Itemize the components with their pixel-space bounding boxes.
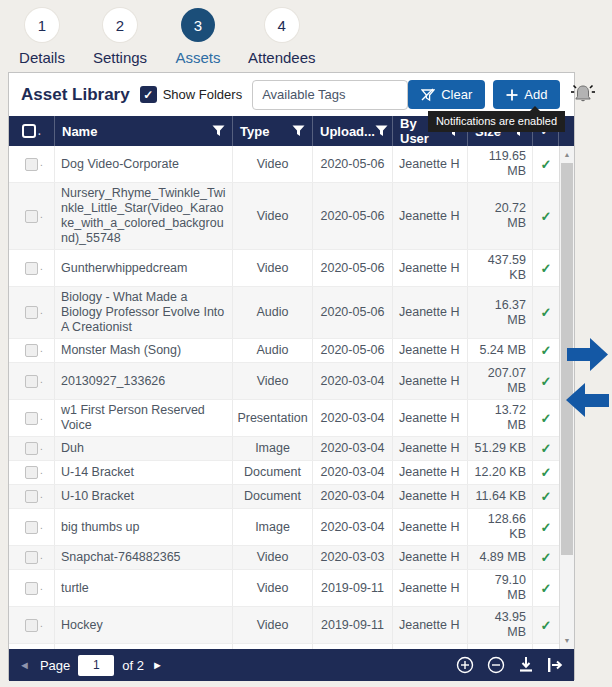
row-checkbox[interactable] <box>25 412 38 425</box>
asset-name-cell[interactable]: 20130927_133626 <box>55 363 233 399</box>
filter-icon[interactable] <box>292 125 305 137</box>
table-row[interactable]: Culver Academy Video 2019-09-11 Jeanette… <box>9 644 559 649</box>
next-page-icon[interactable]: ► <box>152 659 163 671</box>
zoom-out-icon[interactable] <box>487 656 505 674</box>
asset-name-cell[interactable]: Snapchat-764882365 <box>55 546 233 569</box>
row-checkbox-cell[interactable] <box>9 339 55 362</box>
clear-button[interactable]: Clear <box>408 80 485 109</box>
asset-type-cell: Video <box>233 183 313 249</box>
asset-name-cell[interactable]: Monster Mash (Song) <box>55 339 233 362</box>
wizard-step[interactable]: 1 Details <box>14 8 70 66</box>
published-check-icon: ✓ <box>541 343 552 358</box>
column-header-name[interactable]: Name <box>55 116 233 146</box>
row-checkbox-cell[interactable] <box>9 607 55 643</box>
row-checkbox[interactable] <box>25 466 38 479</box>
asset-upload-date-cell: 2020-03-04 <box>313 363 393 399</box>
row-checkbox[interactable] <box>25 344 38 357</box>
row-checkbox[interactable] <box>25 262 38 275</box>
row-checkbox[interactable] <box>25 521 38 534</box>
table-row[interactable]: Duh Image 2020-03-04 Jeanette H 51.29 KB… <box>9 437 559 461</box>
table-row[interactable]: 20130927_133626 Video 2020-03-04 Jeanett… <box>9 363 559 400</box>
row-checkbox[interactable] <box>25 442 38 455</box>
show-folders-checkbox[interactable]: ✓ <box>140 86 157 103</box>
row-checkbox[interactable] <box>25 619 38 632</box>
table-row[interactable]: Nursery_Rhyme_Twinkle_Twinkle_Little_Sta… <box>9 183 559 250</box>
asset-published-cell: ✓ <box>533 146 559 182</box>
download-icon[interactable] <box>518 656 534 674</box>
step-number[interactable]: 2 <box>103 8 137 42</box>
asset-name-cell[interactable]: U-10 Bracket <box>55 485 233 508</box>
wizard-step[interactable]: 2 Settings <box>92 8 148 66</box>
row-checkbox-cell[interactable] <box>9 461 55 484</box>
wizard-step[interactable]: 3 Assets <box>170 8 226 66</box>
row-checkbox[interactable] <box>25 158 38 171</box>
move-left-arrow-icon[interactable] <box>565 382 609 418</box>
step-number[interactable]: 4 <box>265 8 299 42</box>
scroll-up-icon[interactable]: ▲ <box>560 147 574 162</box>
row-checkbox-cell[interactable] <box>9 509 55 545</box>
step-number[interactable]: 1 <box>25 8 59 42</box>
table-row[interactable]: U-14 Bracket Document 2020-03-04 Jeanett… <box>9 461 559 485</box>
column-header-type[interactable]: Type <box>233 116 313 146</box>
table-row[interactable]: turtle Video 2019-09-11 Jeanette H 79.10… <box>9 570 559 607</box>
asset-name-cell[interactable]: Dog Video-Corporate <box>55 146 233 182</box>
row-checkbox[interactable] <box>25 582 38 595</box>
row-checkbox-cell[interactable] <box>9 250 55 286</box>
zoom-in-icon[interactable] <box>456 656 474 674</box>
wizard-step[interactable]: 4 Attendees <box>248 8 316 66</box>
step-number[interactable]: 3 <box>181 8 215 42</box>
asset-name-cell[interactable]: big thumbs up <box>55 509 233 545</box>
asset-name-cell[interactable]: turtle <box>55 570 233 606</box>
table-row[interactable]: Guntherwhippedcream Video 2020-05-06 Jea… <box>9 250 559 287</box>
table-row[interactable]: Dog Video-Corporate Video 2020-05-06 Jea… <box>9 146 559 183</box>
table-row[interactable]: U-10 Bracket Document 2020-03-04 Jeanett… <box>9 485 559 509</box>
filter-icon[interactable] <box>375 125 388 137</box>
asset-upload-date-cell: 2019-09-11 <box>313 607 393 643</box>
asset-name-cell[interactable]: Culver Academy <box>55 644 233 649</box>
select-all-cell[interactable]: . <box>9 116 55 146</box>
table-row[interactable]: Snapchat-764882365 Video 2020-03-03 Jean… <box>9 546 559 570</box>
table-row[interactable]: big thumbs up Image 2020-03-04 Jeanette … <box>9 509 559 546</box>
asset-upload-date-cell: 2020-05-06 <box>313 250 393 286</box>
export-icon[interactable] <box>547 656 564 674</box>
row-checkbox-cell[interactable] <box>9 363 55 399</box>
page-number-input[interactable] <box>78 655 114 676</box>
row-checkbox-cell[interactable] <box>9 546 55 569</box>
row-checkbox-cell[interactable] <box>9 400 55 436</box>
scroll-down-icon[interactable]: ▼ <box>560 633 574 648</box>
previous-page-icon[interactable]: ◄ <box>19 659 30 671</box>
row-checkbox[interactable] <box>25 210 38 223</box>
table-row[interactable]: Biology - What Made a Biology Professor … <box>9 287 559 339</box>
row-checkbox[interactable] <box>25 375 38 388</box>
asset-type-cell: Video <box>233 363 313 399</box>
select-all-checkbox[interactable] <box>22 124 36 138</box>
asset-name-cell[interactable]: w1 First Person Reserved Voice <box>55 400 233 436</box>
table-row[interactable]: Hockey Video 2019-09-11 Jeanette H 43.95… <box>9 607 559 644</box>
row-checkbox-cell[interactable] <box>9 287 55 338</box>
row-checkbox-cell[interactable] <box>9 437 55 460</box>
column-label: Upload... <box>320 124 375 139</box>
row-checkbox-cell[interactable] <box>9 485 55 508</box>
table-row[interactable]: Monster Mash (Song) Audio 2020-05-06 Jea… <box>9 339 559 363</box>
row-checkbox[interactable] <box>25 306 38 319</box>
row-checkbox-cell[interactable] <box>9 146 55 182</box>
asset-name-cell[interactable]: Hockey <box>55 607 233 643</box>
asset-name-cell[interactable]: Biology - What Made a Biology Professor … <box>55 287 233 338</box>
row-checkbox[interactable] <box>25 551 38 564</box>
move-right-arrow-icon[interactable] <box>567 337 609 372</box>
row-checkbox[interactable] <box>25 490 38 503</box>
filter-icon[interactable] <box>212 125 225 137</box>
notifications-bell-icon[interactable] <box>569 82 597 108</box>
asset-name-cell[interactable]: U-14 Bracket <box>55 461 233 484</box>
asset-name-cell[interactable]: Guntherwhippedcream <box>55 250 233 286</box>
row-checkbox-cell[interactable] <box>9 183 55 249</box>
column-header-upload[interactable]: Upload... <box>313 116 393 146</box>
asset-type-cell: Presentation <box>233 400 313 436</box>
asset-name-cell[interactable]: Duh <box>55 437 233 460</box>
add-button[interactable]: Add <box>493 80 560 109</box>
available-tags-input[interactable] <box>252 80 408 110</box>
asset-name-cell[interactable]: Nursery_Rhyme_Twinkle_Twinkle_Little_Sta… <box>55 183 233 249</box>
row-checkbox-cell[interactable] <box>9 644 55 649</box>
table-row[interactable]: w1 First Person Reserved Voice Presentat… <box>9 400 559 437</box>
row-checkbox-cell[interactable] <box>9 570 55 606</box>
